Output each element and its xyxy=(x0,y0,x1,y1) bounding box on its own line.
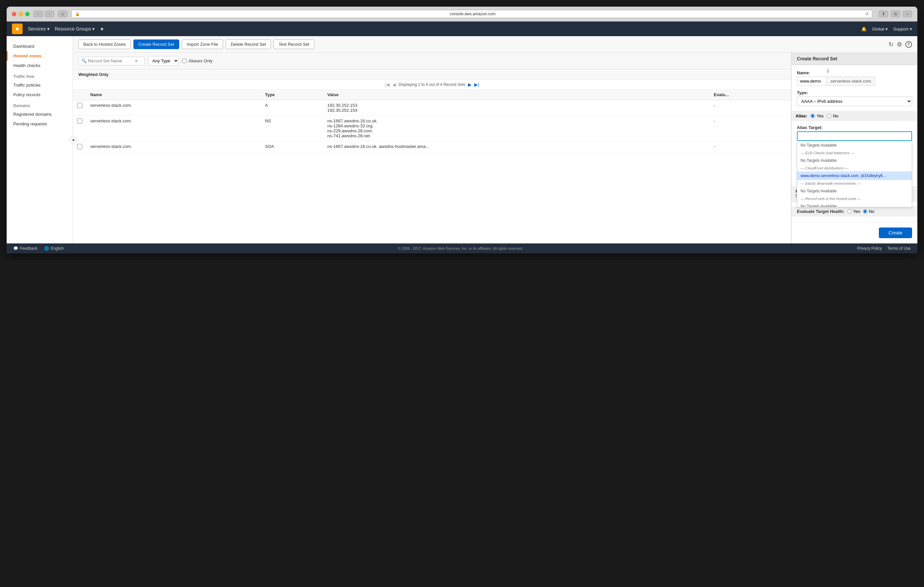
test-record-set-button[interactable]: Test Record Set xyxy=(274,39,314,49)
pin-icon[interactable]: ★ xyxy=(100,26,104,31)
services-chevron-icon: ▾ xyxy=(47,26,50,31)
eval-yes-option[interactable]: Yes xyxy=(847,209,860,214)
refresh-icon[interactable]: ↻ xyxy=(888,41,893,48)
row-checkbox[interactable] xyxy=(77,118,82,124)
sidebar-item-label: Hosted zones xyxy=(13,53,41,58)
english-label: English xyxy=(51,246,64,251)
name-input[interactable] xyxy=(797,77,827,86)
aws-navbar: ■ Services ▾ Resource Groups ▾ ★ 🔔 Globa… xyxy=(7,21,917,36)
panel-footer: Create xyxy=(792,222,917,243)
feedback-button[interactable]: 💬 Feedback xyxy=(13,246,38,251)
alias-label: Alias: xyxy=(795,113,807,118)
sidebar-item-label: Registered domains xyxy=(13,112,52,117)
forward-button[interactable]: › xyxy=(45,11,54,17)
language-button[interactable]: 🌐 English xyxy=(44,246,64,251)
global-label: Global xyxy=(872,26,884,31)
window-button[interactable]: ⧉ xyxy=(891,11,900,17)
aliases-only-check[interactable]: Aliases Only xyxy=(182,58,213,63)
alias-target-label: Alias Target: xyxy=(797,125,912,130)
feedback-icon: 💬 xyxy=(13,246,18,251)
support-nav[interactable]: Support ▾ xyxy=(893,26,912,31)
resource-groups-chevron-icon: ▾ xyxy=(92,26,95,31)
sidebar-item-health-checks[interactable]: Health checks xyxy=(7,61,73,70)
alias-yes-radio[interactable] xyxy=(810,114,815,118)
services-nav[interactable]: Services ▾ xyxy=(28,26,50,31)
global-nav[interactable]: Global ▾ xyxy=(872,26,888,31)
eval-no-radio[interactable] xyxy=(863,209,867,214)
terms-of-use-link[interactable]: Terms of Use xyxy=(887,246,911,251)
alias-target-wrap: No Targets Available — ELB Classic load … xyxy=(797,132,912,141)
import-zone-file-button[interactable]: Import Zone File xyxy=(182,39,223,49)
next-page-button[interactable]: ▶ xyxy=(468,82,472,87)
sidebar-item-traffic-policies[interactable]: Traffic policies xyxy=(7,80,73,90)
alias-target-row: Alias Target: No Targets Available — ELB… xyxy=(797,125,912,181)
sidebar: ◀ Dashboard Hosted zones Health checks T… xyxy=(7,36,73,243)
sidebar-item-registered-domains[interactable]: Registered domains xyxy=(7,109,73,119)
search-bar: 🔍 ✕ Any Type Aliases Only xyxy=(73,53,791,69)
help-icon[interactable]: ? xyxy=(906,41,912,48)
create-record-set-button[interactable]: Create Record Set xyxy=(134,39,179,49)
dropdown-item[interactable]: No Targets Available xyxy=(797,156,912,165)
alias-target-input[interactable] xyxy=(797,132,912,141)
create-button[interactable]: Create xyxy=(879,227,912,238)
alias-yes-option[interactable]: Yes xyxy=(810,113,823,118)
resource-groups-label: Resource Groups xyxy=(55,26,91,31)
cell-value: ns-1667.awsdns-16.co.uk. ns-1284.awsdns-… xyxy=(323,116,710,141)
search-input-wrap[interactable]: 🔍 ✕ xyxy=(78,57,145,65)
privacy-policy-link[interactable]: Privacy Policy xyxy=(857,246,882,251)
back-to-hosted-zones-button[interactable]: Back to Hosted Zones xyxy=(78,39,131,49)
sidebar-item-policy-records[interactable]: Policy records xyxy=(7,90,73,99)
support-chevron-icon: ▾ xyxy=(910,26,912,31)
eval-no-option[interactable]: No xyxy=(863,209,874,214)
sidebar-collapse-button[interactable]: ◀ xyxy=(69,136,77,143)
notifications-button[interactable]: 🔔 xyxy=(861,26,866,31)
alias-target-dropdown[interactable]: No Targets Available — ELB Classic load … xyxy=(797,141,912,207)
address-bar[interactable]: 🔒 console.aws.amazon.com ↺ xyxy=(71,10,872,18)
dropdown-item[interactable]: No Targets Available xyxy=(797,202,912,207)
dropdown-section-record-sets: — Record sets in this hosted zone — xyxy=(797,195,912,202)
last-page-button[interactable]: ▶| xyxy=(474,82,479,87)
cell-name: serverless-stack.com. xyxy=(86,100,261,116)
new-tab-button[interactable]: ＋ xyxy=(903,11,912,17)
search-input[interactable] xyxy=(88,58,134,63)
dropdown-item[interactable]: No Targets Available xyxy=(797,187,912,195)
aliases-checkbox[interactable] xyxy=(182,59,186,63)
row-checkbox[interactable] xyxy=(77,144,82,149)
row-checkbox[interactable] xyxy=(77,103,82,108)
prev-page-button[interactable]: ◀ xyxy=(392,82,396,87)
search-clear-icon[interactable]: ✕ xyxy=(134,58,139,64)
back-button[interactable]: ‹ xyxy=(33,11,43,17)
dropdown-item-highlighted[interactable]: www.demo.serverless-stack.com. (d1fu8eyh… xyxy=(797,171,912,180)
weighted-label: Weighted Only xyxy=(73,69,791,80)
services-label: Services xyxy=(28,26,46,31)
eval-yes-radio[interactable] xyxy=(847,209,851,214)
cell-evaluate: - xyxy=(710,100,791,116)
table-row: serverless-stack.com. SOA ns-1667.awsdns… xyxy=(73,141,791,153)
name-row: Name: ↑ .serverless-stack.com. xyxy=(797,70,912,86)
domains-section: Domains xyxy=(7,99,73,109)
close-button[interactable] xyxy=(12,12,16,16)
alias-no-option[interactable]: No xyxy=(827,113,839,118)
window-view-button[interactable]: ⊡ xyxy=(58,11,68,17)
col-value: Value xyxy=(323,90,710,100)
browser-actions: ⬆ ⧉ ＋ xyxy=(879,11,912,17)
dropdown-item[interactable]: No Targets Available xyxy=(797,141,912,150)
type-select-panel[interactable]: AAAA – IPv6 address xyxy=(797,97,912,106)
support-label: Support xyxy=(893,26,908,31)
cell-type: NS xyxy=(261,116,323,141)
col-checkbox xyxy=(73,90,86,100)
minimize-button[interactable] xyxy=(18,12,23,16)
delete-record-set-button[interactable]: Delete Record Set xyxy=(226,39,271,49)
alias-no-radio[interactable] xyxy=(827,114,832,118)
sidebar-item-hosted-zones[interactable]: Hosted zones xyxy=(7,51,73,61)
maximize-button[interactable] xyxy=(25,12,30,16)
sidebar-item-dashboard[interactable]: Dashboard xyxy=(7,41,73,51)
type-select[interactable]: Any Type xyxy=(148,56,179,66)
first-page-button[interactable]: |◀ xyxy=(384,82,389,87)
sidebar-item-pending-requests[interactable]: Pending requests xyxy=(7,119,73,129)
aws-logo: ■ xyxy=(12,23,23,34)
reload-icon[interactable]: ↺ xyxy=(865,12,869,16)
share-button[interactable]: ⬆ xyxy=(879,11,888,17)
settings-icon[interactable]: ⚙ xyxy=(897,41,902,48)
resource-groups-nav[interactable]: Resource Groups ▾ xyxy=(55,26,95,31)
